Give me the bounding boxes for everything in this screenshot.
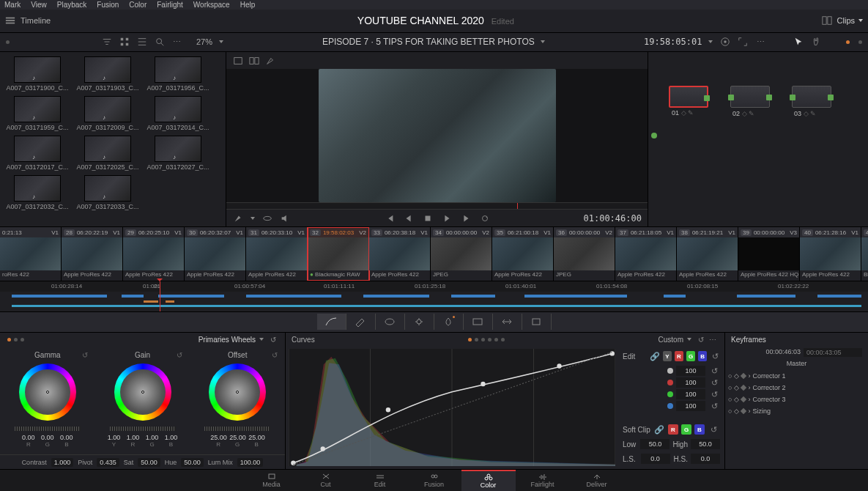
split-icon[interactable]: [261, 213, 273, 224]
page-deliver[interactable]: Deliver: [570, 470, 624, 492]
link-icon[interactable]: 🔗: [653, 424, 665, 435]
page-color[interactable]: Color: [461, 470, 516, 492]
intensity-input[interactable]: [676, 389, 705, 399]
intensity-input[interactable]: [676, 401, 705, 411]
mini-timeline[interactable]: 01:00:28:1401:00:2101:00:57:0401:01:11:1…: [0, 281, 868, 312]
first-frame-icon[interactable]: [384, 213, 396, 224]
channel-b-button[interactable]: B: [698, 351, 707, 361]
soft-g-button[interactable]: G: [681, 424, 691, 435]
reset-icon[interactable]: ↺: [708, 377, 720, 388]
viewer-image[interactable]: [226, 69, 648, 202]
pool-clip[interactable]: ♪A007_03172025_C...: [75, 136, 141, 171]
reset-icon[interactable]: ↺: [708, 388, 720, 400]
node-01[interactable]: 01 ◇ ✎: [669, 86, 708, 108]
menu-view[interactable]: View: [31, 1, 47, 9]
pool-clip[interactable]: ♪A007_03171959_C...: [4, 96, 70, 131]
sizing-tool[interactable]: [493, 314, 522, 330]
node-03[interactable]: 03 ◇ ✎: [792, 86, 831, 108]
intensity-input[interactable]: [676, 377, 705, 388]
tracker-tool[interactable]: [405, 314, 434, 330]
kf-item[interactable]: ○◇›Corrector 1: [728, 370, 865, 382]
audio-icon[interactable]: [279, 213, 291, 224]
menu-help[interactable]: Help: [240, 1, 256, 9]
zoom-dropdown[interactable]: 27%: [196, 37, 212, 46]
strip-clip[interactable]: 3600:00:00:00V2JPEG: [554, 227, 615, 281]
single-view-icon[interactable]: [232, 55, 244, 67]
jog-strip[interactable]: [204, 427, 270, 431]
window-tool[interactable]: [376, 314, 405, 330]
key-tool[interactable]: [464, 314, 493, 330]
hue-value[interactable]: 50.00: [181, 458, 204, 467]
channel-g-button[interactable]: G: [686, 351, 695, 361]
strip-clip[interactable]: 4006:21:28:16V1Apple ProRes 422: [800, 227, 861, 281]
pointer-icon[interactable]: [793, 36, 804, 48]
strip-clip[interactable]: 3106:20:33:10V1Apple ProRes 422: [246, 227, 308, 281]
strip-clip[interactable]: 3400:00:00:00V2JPEG: [431, 227, 492, 281]
strip-clip[interactable]: 2906:20:25:10V1Apple ProRes 422: [123, 227, 185, 281]
next-frame-icon[interactable]: [460, 213, 472, 224]
playhead[interactable]: [160, 281, 160, 311]
clips-dropdown[interactable]: Clips: [837, 16, 864, 25]
strip-clip[interactable]: 3006:20:32:07V1Apple ProRes 422: [185, 227, 246, 281]
timeline-icon[interactable]: [4, 15, 16, 26]
color-wheel[interactable]: [19, 363, 76, 421]
strip-clip[interactable]: 3506:21:00:18V1Apple ProRes 422: [492, 227, 554, 281]
pool-clip[interactable]: ♪A007_03172033_C...: [75, 175, 141, 210]
clip-strip[interactable]: 0:21:13V1roRes 4222806:20:22:19V1Apple P…: [0, 226, 868, 281]
menu-workspace[interactable]: Workspace: [193, 1, 230, 9]
stop-icon[interactable]: [422, 213, 434, 224]
wheels-mode-dropdown[interactable]: Primaries Wheels: [199, 336, 256, 344]
pool-clip[interactable]: ♪A007_03172009_C...: [75, 96, 141, 131]
hand-icon[interactable]: [810, 36, 822, 48]
grid-view-icon[interactable]: [119, 36, 130, 48]
menu-fusion[interactable]: Fusion: [97, 1, 119, 9]
media-pool[interactable]: ♪A007_03171900_C...♪A007_03171903_C...♪A…: [0, 52, 226, 226]
reset-icon[interactable]: ↺: [79, 349, 91, 361]
curves-graph[interactable]: [289, 349, 615, 466]
low-input[interactable]: [640, 439, 669, 449]
search-icon[interactable]: [154, 36, 166, 48]
soft-b-button[interactable]: B: [694, 424, 705, 435]
menu-fairlight[interactable]: Fairlight: [157, 1, 183, 9]
timeline-title[interactable]: EPISODE 7 · 5 TIPS FOR TAKING BETTER PHO…: [322, 37, 535, 47]
sat-value[interactable]: 50.00: [138, 458, 160, 467]
strip-clip[interactable]: 4120:Blackma: [861, 227, 868, 281]
page-fairlight[interactable]: Fairlight: [516, 470, 570, 492]
qualifier-tool[interactable]: [346, 314, 376, 330]
lummix-value[interactable]: 100.00: [237, 458, 264, 467]
source-timecode[interactable]: 19:58:05:01: [644, 37, 702, 47]
pool-clip[interactable]: ♪A007_03171900_C...: [4, 56, 70, 92]
reset-icon[interactable]: ↺: [708, 400, 720, 412]
reset-icon[interactable]: ↺: [708, 365, 720, 377]
channel-r-button[interactable]: R: [675, 351, 683, 361]
highlight-icon[interactable]: [264, 55, 276, 67]
ls-input[interactable]: [641, 454, 670, 464]
hs-input[interactable]: [691, 454, 720, 464]
strip-clip[interactable]: 3706:21:18:05V1Apple ProRes 422: [615, 227, 677, 281]
reset-icon[interactable]: ↺: [267, 333, 279, 345]
node-graph[interactable]: 01 ◇ ✎02 ◇ ✎03 ◇ ✎: [648, 52, 868, 226]
node-02[interactable]: 02 ◇ ✎: [730, 86, 770, 108]
strip-clip[interactable]: 0:21:13V1roRes 422: [0, 227, 62, 281]
jog-strip[interactable]: [110, 427, 176, 431]
kf-item[interactable]: ○◇›Sizing: [728, 405, 865, 417]
pool-clip[interactable]: ♪A007_03172032_C...: [4, 175, 70, 210]
curves-tool[interactable]: [317, 314, 346, 330]
reset-icon[interactable]: ↺: [710, 350, 720, 362]
sort-icon[interactable]: [101, 36, 113, 48]
contrast-value[interactable]: 1.000: [51, 458, 74, 467]
reset-icon[interactable]: ↺: [269, 349, 281, 361]
pivot-value[interactable]: 0.435: [97, 458, 119, 467]
strip-clip[interactable]: 3900:00:00:00V3Apple ProRes 422 HQ: [738, 227, 800, 281]
prev-frame-icon[interactable]: [403, 213, 415, 224]
soft-r-button[interactable]: R: [668, 424, 678, 435]
pool-clip[interactable]: ♪A007_03172017_C...: [4, 136, 70, 171]
strip-clip[interactable]: 3306:20:38:18V1Apple ProRes 422: [369, 227, 431, 281]
strip-clip[interactable]: 3219:58:02:03V2● Blackmagic RAW: [308, 227, 369, 281]
page-edit[interactable]: Edit: [353, 470, 407, 492]
jog-strip[interactable]: [15, 427, 81, 431]
color-wheel[interactable]: [209, 363, 266, 421]
reset-icon[interactable]: ↺: [174, 349, 185, 361]
more-icon[interactable]: ⋯: [707, 333, 719, 345]
3d-tool[interactable]: [522, 314, 552, 330]
